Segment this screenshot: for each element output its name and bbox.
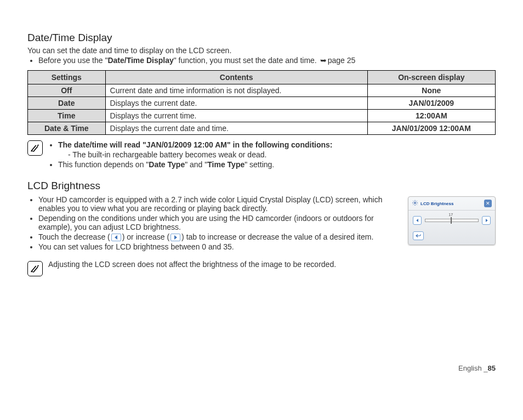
brightness-bullet: You can set values for LCD brightness be… bbox=[38, 242, 398, 251]
gear-icon bbox=[412, 199, 418, 208]
slider-value: 17 bbox=[448, 213, 453, 217]
cell-contents: Displays the current date. bbox=[105, 97, 367, 110]
cell-contents: Displays the current time. bbox=[105, 110, 367, 122]
note-sub-line: The built-in rechargeable battery become… bbox=[68, 150, 496, 159]
slider-thumb[interactable] bbox=[451, 217, 452, 224]
cell-display: None bbox=[367, 84, 495, 97]
cell-setting: Date & Time bbox=[28, 122, 106, 135]
increase-icon bbox=[170, 234, 180, 241]
pre-note-bullet: Before you use the "Date/Time Display" f… bbox=[38, 56, 496, 65]
decrease-button[interactable] bbox=[413, 216, 422, 225]
note-body: Adjusting the LCD screen does not affect… bbox=[48, 260, 496, 269]
table-row: Date & Time Displays the current date an… bbox=[28, 122, 496, 135]
note-body: The date/time will read "JAN/01/2009 12:… bbox=[48, 139, 496, 170]
note-line: This function depends on "Date Type" and… bbox=[58, 160, 496, 169]
brightness-bullet: Depending on the conditions under which … bbox=[38, 214, 398, 231]
svg-marker-1 bbox=[174, 235, 177, 240]
lcd-brightness-panel: LCD Brightness ✕ 17 bbox=[408, 196, 496, 245]
th-onscreen: On-screen display bbox=[367, 71, 495, 84]
brightness-bullet: Your HD camcorder is equipped with a 2.7… bbox=[38, 195, 398, 213]
note-icon bbox=[27, 261, 43, 276]
decrease-icon bbox=[111, 234, 121, 241]
section-title-date-time: Date/Time Display bbox=[27, 32, 496, 44]
cell-setting: Date bbox=[28, 97, 106, 110]
table-row: Time Displays the current time. 12:00AM bbox=[28, 110, 496, 122]
note-line: The date/time will read "JAN/01/2009 12:… bbox=[58, 140, 496, 159]
brightness-bullet: Touch the decrease () or increase () tab… bbox=[38, 232, 398, 241]
return-button[interactable] bbox=[413, 231, 424, 240]
lcd-panel-title: LCD Brightness bbox=[420, 201, 484, 206]
intro-text: You can set the date and time to display… bbox=[27, 46, 496, 55]
th-settings: Settings bbox=[28, 71, 106, 84]
svg-marker-0 bbox=[115, 235, 117, 240]
svg-point-2 bbox=[414, 202, 416, 204]
page-ref-arrow-icon bbox=[319, 56, 328, 65]
cell-display: JAN/01/2009 bbox=[367, 97, 495, 110]
table-row: Off Current date and time information is… bbox=[28, 84, 496, 97]
close-icon[interactable]: ✕ bbox=[484, 200, 492, 207]
table-header-row: Settings Contents On-screen display bbox=[28, 71, 496, 84]
note-icon bbox=[27, 140, 43, 156]
cell-setting: Off bbox=[28, 84, 106, 97]
table-row: Date Displays the current date. JAN/01/2… bbox=[28, 97, 496, 110]
svg-marker-4 bbox=[486, 219, 488, 222]
cell-contents: Current date and time information is not… bbox=[105, 84, 367, 97]
cell-display: 12:00AM bbox=[367, 110, 495, 122]
increase-button[interactable] bbox=[482, 216, 491, 225]
page-footer: English _85 bbox=[27, 364, 496, 372]
cell-setting: Time bbox=[28, 110, 106, 122]
cell-display: JAN/01/2009 12:00AM bbox=[367, 122, 495, 135]
cell-contents: Displays the current date and time. bbox=[105, 122, 367, 135]
th-contents: Contents bbox=[105, 71, 367, 84]
section-title-lcd-brightness: LCD Brightness bbox=[27, 180, 496, 192]
svg-marker-3 bbox=[416, 219, 418, 222]
settings-table: Settings Contents On-screen display Off … bbox=[27, 70, 496, 135]
brightness-slider[interactable]: 17 bbox=[425, 219, 479, 222]
